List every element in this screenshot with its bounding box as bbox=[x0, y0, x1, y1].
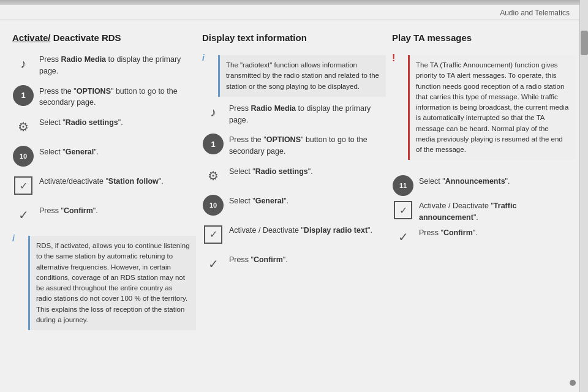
step-ta-2-text: Activate / Deactivate "Traffic announcem… bbox=[419, 199, 576, 224]
step-rds-4-text: Select "General". bbox=[39, 145, 196, 158]
checkmark-symbol-1 bbox=[18, 208, 29, 222]
step-number-1b: 1 bbox=[203, 134, 224, 154]
circle-1-icon-1: 1 bbox=[12, 85, 34, 107]
step-ta-1-text: Select "Announcements". bbox=[419, 175, 576, 187]
section-title-ta: Play TA messages bbox=[392, 32, 576, 43]
music-icon-1 bbox=[12, 53, 34, 75]
section-title-display: Display text information bbox=[202, 32, 386, 43]
warn-icon-ta: ! bbox=[392, 53, 404, 64]
scrollbar[interactable] bbox=[579, 0, 588, 392]
checkmark-symbol-2 bbox=[208, 257, 219, 271]
column-display-text: Display text information i The "radiotex… bbox=[202, 32, 386, 382]
info-icon-rds: i bbox=[12, 233, 24, 243]
music-symbol bbox=[20, 57, 26, 71]
checkmark-symbol-3 bbox=[398, 230, 409, 244]
circle-10-icon-1: 10 bbox=[12, 145, 34, 167]
warning-box-ta: ! The TA (Traffic Announcement) function… bbox=[392, 53, 576, 160]
step-dt-5-text: Activate / Deactivate "Display radio tex… bbox=[229, 224, 386, 236]
step-dt-4: 10 Select "General". bbox=[202, 194, 386, 216]
main-content: Activate/ Deactivate RDS Press Radio Med… bbox=[0, 20, 588, 388]
info-box-rds: i RDS, if activated, allows you to conti… bbox=[12, 233, 196, 330]
checkbox-icon-1: ✓ bbox=[12, 175, 34, 197]
step-number-1: 1 bbox=[13, 85, 34, 106]
scrollbar-thumb[interactable] bbox=[581, 31, 588, 55]
gear-icon-2 bbox=[202, 165, 224, 187]
gear-icon-1 bbox=[12, 116, 34, 138]
checkbox-icon-2: ✓ bbox=[202, 224, 224, 246]
page-header: Audio and Telematics bbox=[0, 5, 588, 20]
step-dt-6: Press "Confirm". bbox=[202, 253, 386, 275]
step-number-10: 10 bbox=[13, 146, 34, 167]
column-play-ta: Play TA messages ! The TA (Traffic Annou… bbox=[392, 32, 576, 382]
ta-steps-container: 11 Select "Announcements". ✓ Activate / … bbox=[392, 175, 576, 251]
step-number-11: 11 bbox=[393, 175, 413, 196]
circle-11-icon: 11 bbox=[392, 175, 414, 197]
step-rds-2-text: Press the "OPTIONS" button to go to the … bbox=[39, 85, 196, 109]
info-box-radiotext: i The "radiotext" function allows inform… bbox=[202, 53, 386, 97]
warning-text-ta: The TA (Traffic Announcement) function g… bbox=[408, 55, 576, 160]
checkbox-symbol-1: ✓ bbox=[14, 176, 32, 195]
step-ta-2: ✓ Activate / Deactivate "Traffic announc… bbox=[392, 199, 576, 224]
checkbox-symbol-3: ✓ bbox=[394, 201, 412, 219]
step-rds-5: ✓ Activate/deactivate "Station follow". bbox=[12, 175, 196, 197]
step-rds-2: 1 Press the "OPTIONS" button to go to th… bbox=[12, 85, 196, 109]
step-rds-6-text: Press "Confirm". bbox=[39, 204, 196, 217]
step-ta-1: 11 Select "Announcements". bbox=[392, 175, 576, 197]
step-dt-4-text: Select "General". bbox=[229, 194, 386, 207]
step-ta-3-text: Press "Confirm". bbox=[419, 226, 576, 239]
header-title: Audio and Telematics bbox=[500, 9, 570, 17]
section-title-rds: Activate/ Deactivate RDS bbox=[12, 32, 196, 43]
step-rds-1-text: Press Radio Media to display the primary… bbox=[39, 53, 196, 77]
gear-symbol-1 bbox=[18, 119, 29, 134]
step-dt-3-text: Select "Radio settings". bbox=[229, 165, 386, 178]
page-indicator bbox=[570, 380, 576, 386]
info-text-radiotext: The "radiotext" function allows informat… bbox=[218, 55, 386, 97]
checkbox-symbol-2: ✓ bbox=[204, 225, 222, 244]
step-rds-1: Press Radio Media to display the primary… bbox=[12, 53, 196, 77]
step-rds-4: 10 Select "General". bbox=[12, 145, 196, 167]
checkmark-icon-1 bbox=[12, 204, 34, 226]
step-rds-3-text: Select "Radio settings". bbox=[39, 116, 196, 129]
step-dt-2: 1 Press the "OPTIONS" button to go to th… bbox=[202, 133, 386, 157]
column-activate-rds: Activate/ Deactivate RDS Press Radio Med… bbox=[12, 32, 196, 382]
step-rds-5-text: Activate/deactivate "Station follow". bbox=[39, 175, 196, 187]
top-bar bbox=[0, 0, 588, 5]
checkmark-icon-2 bbox=[202, 253, 224, 275]
circle-10-icon-2: 10 bbox=[202, 194, 224, 216]
info-text-rds: RDS, if activated, allows you to continu… bbox=[28, 236, 196, 330]
step-rds-3: Select "Radio settings". bbox=[12, 116, 196, 138]
gear-symbol-2 bbox=[208, 168, 219, 183]
step-dt-5: ✓ Activate / Deactivate "Display radio t… bbox=[202, 224, 386, 246]
step-number-10b: 10 bbox=[203, 195, 224, 216]
step-ta-3: Press "Confirm". bbox=[392, 226, 576, 248]
step-dt-3: Select "Radio settings". bbox=[202, 165, 386, 187]
circle-1-icon-2: 1 bbox=[202, 133, 224, 155]
step-dt-1: Press Radio Media to display the primary… bbox=[202, 102, 386, 126]
info-icon-radiotext: i bbox=[202, 53, 214, 62]
music-symbol-2 bbox=[210, 105, 216, 119]
title-underline: Activate/ bbox=[12, 32, 51, 43]
step-dt-2-text: Press the "OPTIONS" button to go to the … bbox=[229, 133, 386, 157]
step-dt-6-text: Press "Confirm". bbox=[229, 253, 386, 266]
checkbox-icon-3: ✓ bbox=[392, 199, 414, 221]
music-icon-2 bbox=[202, 102, 224, 124]
step-rds-6: Press "Confirm". bbox=[12, 204, 196, 226]
checkmark-icon-3 bbox=[392, 226, 414, 248]
step-dt-1-text: Press Radio Media to display the primary… bbox=[229, 102, 386, 126]
